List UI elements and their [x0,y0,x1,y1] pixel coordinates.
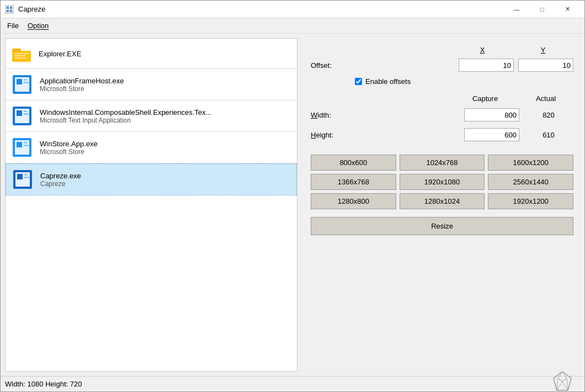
status-bar: Width: 1080 Height: 720 INSTALUJ.CZ [1,376,584,391]
offset-inputs [459,59,573,72]
height-row: Height: 610 [311,128,573,141]
menu-option[interactable]: Option [23,20,53,31]
preset-1366x768[interactable]: 1366x768 [311,174,396,190]
app-desc: Capreze [40,180,81,188]
enable-offsets-label: Enable offsets [365,77,411,86]
svg-rect-9 [14,57,26,59]
app-info: WinStore.App.exe Microsoft Store [40,140,98,156]
settings-area: X Y Offset: Enable o [311,40,573,235]
height-actual-value: 610 [524,131,573,139]
y-label: Y [541,46,546,54]
preset-1920x1080[interactable]: 1920x1080 [400,174,485,190]
app-icon [11,136,33,158]
preset-1280x1024[interactable]: 1280x1024 [400,193,485,209]
title-bar-left: Capreze [5,5,45,14]
status-text: Width: 1080 Height: 720 [5,380,82,388]
app-name: ApplicationFrameHost.exe [40,77,124,85]
resize-button[interactable]: Resize [311,217,573,235]
window-title: Capreze [18,5,45,13]
capreze-icon [5,5,14,14]
list-item[interactable]: ApplicationFrameHost.exe Microsoft Store [6,69,297,100]
svg-rect-1 [7,7,9,9]
app-info: Capreze.exe Capreze [40,172,81,188]
svg-rect-28 [24,174,28,176]
explorer-icon [11,43,32,64]
height-capture-input[interactable] [464,128,519,141]
minimize-button[interactable]: — [504,1,529,18]
offset-row: Offset: [311,59,573,72]
app-info: ApplicationFrameHost.exe Microsoft Store [40,77,124,93]
app-desc: Microsoft Store [40,148,98,156]
y-column-header: Y [513,46,573,54]
svg-rect-19 [24,113,29,115]
xy-header: X Y [311,46,573,54]
close-button[interactable]: ✕ [555,1,580,18]
svg-rect-14 [24,82,29,83]
content-area: Explorer.EXE ApplicationFrameHost.exe [1,34,584,376]
brand-logo [550,370,575,392]
maximize-button[interactable]: □ [529,1,555,18]
width-label: Width: [311,111,355,119]
app-desc: Microsoft Store [40,85,124,93]
svg-rect-24 [24,145,29,146]
list-item-selected[interactable]: Capreze.exe Capreze [6,163,297,195]
height-label: Height: [311,131,355,139]
svg-marker-32 [562,378,568,390]
app-icon [11,73,33,96]
svg-rect-4 [10,10,12,12]
width-row: Width: 820 [311,108,573,121]
offset-x-input[interactable] [459,59,514,72]
list-item[interactable]: Explorer.EXE [6,39,297,68]
list-item[interactable]: WinStore.App.exe Microsoft Store [6,132,297,163]
app-list: Explorer.EXE ApplicationFrameHost.exe [5,38,297,372]
preset-grid: 800x600 1024x768 1600x1200 1366x768 1920… [311,155,573,209]
svg-rect-13 [24,79,27,81]
svg-rect-27 [17,174,23,179]
svg-rect-8 [14,55,25,56]
height-inputs: 610 [464,128,573,141]
app-desc: Microsoft Text Input Application [40,116,211,124]
svg-rect-18 [24,110,27,112]
width-capture-input[interactable] [464,108,519,121]
enable-offsets-checkbox[interactable] [355,78,362,85]
svg-rect-6 [12,49,21,52]
actual-column-header: Actual [518,94,573,103]
x-label: X [480,46,485,54]
preset-800x600[interactable]: 800x600 [311,155,396,171]
preset-1920x1200[interactable]: 1920x1200 [488,193,573,209]
app-name: WindowsInternal.ComposableShell.Experien… [40,108,211,116]
svg-rect-29 [24,177,29,178]
app-info: Explorer.EXE [39,50,81,58]
preset-1280x800[interactable]: 1280x800 [311,193,396,209]
preset-1600x1200[interactable]: 1600x1200 [488,155,573,171]
preset-2560x1440[interactable]: 2560x1440 [488,174,573,190]
svg-rect-3 [7,10,9,12]
app-icon [12,168,34,190]
menu-bar: File Option [1,18,584,34]
right-panel: X Y Offset: Enable o [300,34,584,376]
app-info: WindowsInternal.ComposableShell.Experien… [40,108,211,124]
app-name: Explorer.EXE [39,50,81,58]
x-column-header: X [452,46,513,54]
svg-rect-23 [24,142,27,144]
brand-watermark: INSTALUJ.CZ [547,370,578,392]
offset-y-input[interactable] [518,59,573,72]
capture-column-header: Capture [452,94,518,103]
preset-1024x768[interactable]: 1024x768 [400,155,485,171]
width-inputs: 820 [464,108,573,121]
svg-rect-17 [17,110,22,116]
svg-rect-2 [10,7,12,9]
offset-label: Offset: [311,61,355,70]
svg-marker-30 [554,372,571,390]
list-item[interactable]: WindowsInternal.ComposableShell.Experien… [6,100,297,131]
title-bar-controls: — □ ✕ [504,1,580,18]
main-window: Capreze — □ ✕ File Option [0,0,585,392]
enable-offsets-row: Enable offsets [311,77,573,86]
svg-rect-22 [17,142,22,147]
width-actual-value: 820 [524,111,573,119]
svg-rect-12 [17,79,22,84]
app-icon [11,105,33,127]
menu-file[interactable]: File [3,20,23,31]
capture-actual-header: Capture Actual [311,94,573,103]
svg-rect-7 [14,53,29,54]
